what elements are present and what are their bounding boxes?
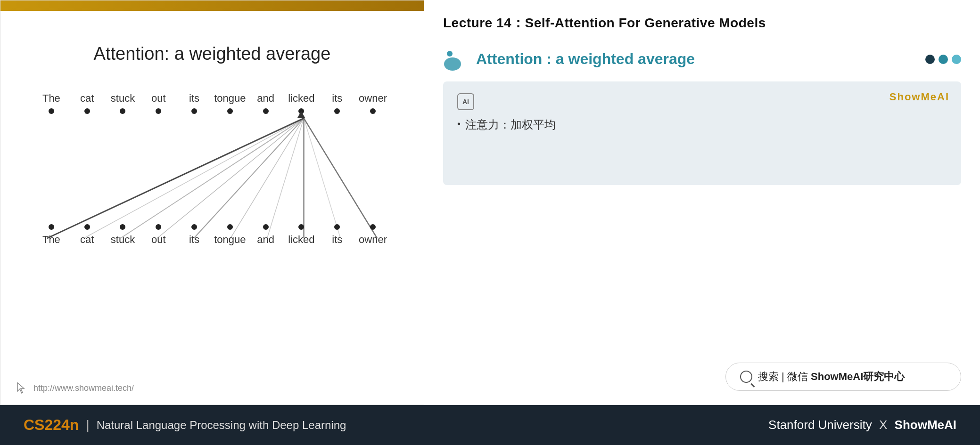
search-row: 搜索 | 微信 ShowMeAI研究中心 — [443, 363, 961, 391]
search-icon — [740, 371, 752, 383]
slide-header-row: Attention : a weighted average — [443, 46, 961, 72]
svg-point-12 — [447, 51, 453, 57]
word-label: owner — [359, 92, 387, 105]
word-dot — [370, 224, 376, 230]
top-word-row: The cat stuck out — [29, 92, 395, 114]
slide-inner: Attention: a weighted average — [0, 11, 424, 405]
word-label: The — [42, 234, 60, 246]
svg-point-11 — [444, 57, 461, 71]
word-item-top-8: its — [319, 92, 355, 114]
word-label: its — [189, 234, 199, 246]
word-item-bot-8: its — [319, 224, 355, 250]
word-item-top-6: and — [248, 92, 284, 114]
slide-section-title: Attention : a weighted average — [476, 50, 695, 68]
word-dot — [191, 108, 197, 114]
svg-line-10 — [304, 118, 378, 238]
word-item-top-7: licked — [284, 92, 320, 114]
search-text: 搜索 | 微信 ShowMeAI研究中心 — [758, 370, 905, 384]
svg-line-8 — [47, 118, 304, 238]
word-item-bot-6: and — [248, 224, 284, 250]
word-dot — [191, 224, 197, 230]
word-dot — [156, 224, 161, 230]
word-label: and — [257, 92, 274, 105]
word-item-bot-0: The — [33, 224, 69, 246]
search-label: 搜索 | 微信 — [758, 371, 811, 382]
word-dot — [263, 108, 269, 114]
word-label: and — [257, 234, 274, 246]
note-text: 注意力：加权平均 — [465, 117, 556, 132]
word-dot — [84, 224, 90, 230]
word-item-top-2: stuck — [105, 92, 141, 114]
bottom-subtitle: Natural Language Processing with Deep Le… — [97, 419, 346, 432]
word-label: stuck — [111, 234, 135, 246]
main-content: Attention: a weighted average — [0, 0, 980, 405]
word-label: out — [151, 92, 166, 105]
word-item-top-9: owner — [355, 92, 391, 114]
bottom-word-row: The cat stuck out — [29, 224, 395, 250]
search-bold: ShowMeAI研究中心 — [811, 371, 905, 382]
attention-diagram: The cat stuck out — [29, 92, 395, 328]
right-panel: Lecture 14：Self-Attention For Generative… — [424, 0, 980, 405]
bottom-right: Stanford University X ShowMeAI — [768, 418, 956, 432]
attention-lines-svg — [29, 92, 395, 328]
slide-footer: http://www.showmeai.tech/ — [15, 381, 134, 395]
word-item-bot-5: tongue — [212, 224, 248, 250]
word-label: cat — [80, 234, 94, 246]
word-label: stuck — [111, 92, 135, 105]
x-symbol: X — [879, 418, 887, 432]
word-label: owner — [359, 234, 387, 246]
word-dot — [334, 108, 340, 114]
slide-title: Attention: a weighted average — [29, 44, 395, 64]
word-label: licked — [288, 92, 314, 105]
notes-box: AI ShowMeAI • 注意力：加权平均 — [443, 81, 961, 185]
svg-line-3 — [157, 118, 304, 238]
word-dot — [120, 108, 125, 114]
word-item-top-4: its — [176, 92, 212, 114]
word-dot — [227, 108, 233, 114]
note-item: • 注意力：加权平均 — [457, 117, 947, 132]
word-dot — [298, 224, 304, 230]
word-label: tongue — [214, 234, 246, 246]
word-item-bot-2: stuck — [105, 224, 141, 250]
nav-dot-1[interactable] — [925, 55, 935, 64]
word-item-bot-1: cat — [69, 224, 105, 250]
word-dot — [227, 224, 233, 230]
bottom-left: CS224n | Natural Language Processing wit… — [24, 416, 346, 434]
nav-dot-3[interactable] — [952, 55, 961, 64]
bottom-bar: CS224n | Natural Language Processing wit… — [0, 405, 980, 445]
notes-header: AI — [457, 93, 947, 110]
word-label: The — [42, 92, 60, 105]
word-item-bot-4: its — [176, 224, 212, 250]
word-label: its — [332, 234, 342, 246]
word-dot — [263, 224, 269, 230]
word-label: out — [151, 234, 166, 246]
word-label: its — [332, 92, 342, 105]
cursor-icon — [15, 381, 29, 395]
cs-label: CS224n — [24, 416, 79, 434]
word-item-top-1: cat — [69, 92, 105, 114]
nav-dot-2[interactable] — [939, 55, 948, 64]
search-box[interactable]: 搜索 | 微信 ShowMeAI研究中心 — [725, 363, 961, 391]
slide-icon-shape — [443, 46, 469, 72]
word-dot — [49, 108, 54, 114]
word-dot — [120, 224, 125, 230]
word-item-top-0: The — [33, 92, 69, 114]
word-label: cat — [80, 92, 94, 105]
word-dot — [49, 224, 54, 230]
svg-line-1 — [84, 118, 304, 238]
slide-top-bar — [0, 0, 424, 11]
word-item-bot-9: owner — [355, 224, 391, 250]
svg-line-6 — [267, 118, 304, 238]
showmeai-watermark: ShowMeAI — [889, 91, 949, 103]
word-item-top-5: tongue — [212, 92, 248, 114]
word-label: tongue — [214, 92, 246, 105]
svg-line-2 — [121, 118, 304, 238]
footer-url: http://www.showmeai.tech/ — [33, 383, 134, 393]
svg-line-0 — [47, 118, 304, 238]
bottom-divider: | — [86, 418, 89, 433]
word-item-bot-7: licked — [284, 224, 320, 250]
word-dot — [156, 108, 161, 114]
word-label: licked — [288, 234, 314, 246]
word-dot — [84, 108, 90, 114]
word-dot — [334, 224, 340, 230]
